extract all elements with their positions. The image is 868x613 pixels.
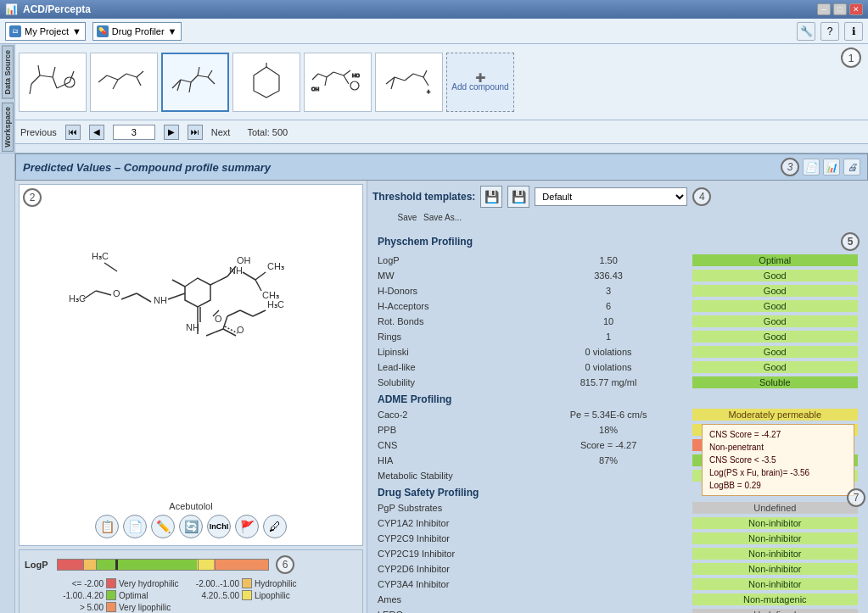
edit-button[interactable]: ✏️ bbox=[151, 515, 175, 538]
pencil-button[interactable]: 🖊 bbox=[263, 515, 287, 538]
prop-value bbox=[530, 468, 687, 483]
save-button[interactable]: 💾 bbox=[480, 186, 502, 208]
svg-point-34 bbox=[350, 81, 359, 90]
table-row: H-Acceptors 6 Good bbox=[372, 298, 863, 314]
first-button[interactable]: ⏮ bbox=[65, 125, 81, 140]
prop-value: 6 bbox=[530, 298, 687, 314]
compound-thumb-6[interactable]: + bbox=[375, 53, 443, 112]
prop-value: 336.43 bbox=[530, 268, 687, 283]
prev-button[interactable]: ◀ bbox=[89, 125, 104, 140]
maximize-button[interactable]: □ bbox=[833, 3, 847, 15]
threshold-dropdown[interactable]: Default bbox=[535, 187, 687, 206]
prop-value bbox=[530, 577, 687, 592]
logp-panel: LogP bbox=[19, 549, 363, 613]
circle-1: 1 bbox=[841, 47, 861, 68]
svg-marker-25 bbox=[254, 67, 279, 98]
svg-line-33 bbox=[325, 77, 327, 86]
flag-button[interactable]: 🚩 bbox=[235, 515, 259, 538]
print-button[interactable]: 🖨 bbox=[843, 159, 860, 176]
settings-icon[interactable]: 🔧 bbox=[797, 22, 815, 41]
status-badge: Good bbox=[692, 315, 858, 327]
paste-structure-button[interactable]: 📄 bbox=[123, 515, 147, 538]
project-dropdown[interactable]: 🗂 My Project ▼ bbox=[5, 22, 86, 41]
table-row: Rings 1 Good bbox=[372, 329, 863, 344]
minimize-button[interactable]: ─ bbox=[817, 3, 831, 15]
legend-label-4: Lipophilic bbox=[255, 591, 290, 600]
compound-thumb-1[interactable] bbox=[19, 53, 87, 112]
svg-line-48 bbox=[137, 293, 151, 302]
prop-value bbox=[530, 546, 687, 561]
app-icon: 📊 bbox=[5, 3, 18, 15]
adme-header-row: ADME Profiling bbox=[372, 390, 863, 407]
rotate-button[interactable]: 🔄 bbox=[179, 515, 203, 538]
table-row: H-Donors 3 Good bbox=[372, 283, 863, 298]
module-dropdown-arrow: ▼ bbox=[168, 26, 177, 36]
copy-structure-button[interactable]: 📋 bbox=[95, 515, 119, 538]
logp-row: LogP bbox=[25, 555, 357, 574]
module-dropdown[interactable]: 💊 Drug Profiler ▼ bbox=[92, 22, 182, 41]
section-header: Predicted Values – Compound profile summ… bbox=[15, 153, 868, 181]
compound-thumb-3[interactable] bbox=[161, 53, 229, 112]
svg-line-9 bbox=[98, 75, 107, 82]
tooltip-line-5: LogBB = 0.29 bbox=[709, 479, 847, 492]
compound-thumb-4[interactable] bbox=[232, 53, 300, 112]
number-circle-6: 6 bbox=[276, 555, 294, 574]
logp-segment-very-hydrophilic bbox=[58, 560, 83, 570]
prop-name: CYP2C19 Inhibitor bbox=[372, 546, 530, 561]
logp-segment-very-lipophilic bbox=[214, 560, 268, 570]
side-tab-datasource[interactable]: Data Source bbox=[2, 46, 14, 99]
next-button[interactable]: ▶ bbox=[164, 125, 179, 140]
svg-line-69 bbox=[225, 326, 238, 333]
export-pdf-button[interactable]: 📄 bbox=[803, 159, 820, 176]
last-button[interactable]: ⏭ bbox=[188, 125, 203, 140]
legend-item-4: 4.20..5.00 Lipophilic bbox=[193, 590, 328, 600]
side-tab-workspace[interactable]: Workspace bbox=[2, 103, 14, 152]
legend-color-2 bbox=[242, 578, 252, 588]
add-compound-button[interactable]: ➕ Add compound bbox=[446, 53, 514, 112]
svg-line-21 bbox=[198, 67, 199, 75]
help-icon[interactable]: ? bbox=[820, 22, 839, 41]
svg-line-0 bbox=[31, 75, 40, 84]
left-side-strip bbox=[0, 153, 15, 613]
svg-line-12 bbox=[126, 74, 137, 77]
prop-value: 1 bbox=[530, 329, 687, 344]
status-badge: Soluble bbox=[692, 376, 858, 388]
status-badge: Non-inhibitor bbox=[692, 548, 858, 560]
prop-value: 0 violations bbox=[530, 344, 687, 359]
export-button[interactable]: 📊 bbox=[823, 159, 840, 176]
app-title: ACD/Percepta bbox=[23, 3, 91, 15]
table-row: hERG Undefined bbox=[372, 607, 863, 613]
compound-thumb-5[interactable]: HO OH bbox=[304, 53, 372, 112]
inchi-button[interactable]: InChI bbox=[207, 515, 231, 538]
svg-line-7 bbox=[30, 84, 31, 94]
prop-value bbox=[530, 607, 687, 613]
info-icon[interactable]: ℹ bbox=[844, 22, 863, 41]
current-compound-input[interactable] bbox=[113, 125, 155, 140]
prop-name: H-Donors bbox=[372, 283, 530, 298]
prop-name: Caco-2 bbox=[372, 407, 530, 422]
legend-color-5 bbox=[106, 602, 116, 612]
title-bar: 📊 ACD/Percepta ─ □ ✕ bbox=[0, 0, 868, 19]
prop-name: CYP2D6 Inhibitor bbox=[372, 561, 530, 577]
table-row: CYP1A2 Inhibitor Non-inhibitor bbox=[372, 515, 863, 531]
prop-value bbox=[530, 592, 687, 607]
svg-line-19 bbox=[198, 75, 208, 77]
svg-text:H₃C: H₃C bbox=[267, 299, 284, 309]
logp-bar-container bbox=[57, 559, 269, 571]
compound-action-buttons: 📋 📄 ✏️ 🔄 InChI 🚩 🖊 bbox=[95, 515, 287, 538]
compound-thumb-2[interactable] bbox=[90, 53, 158, 112]
physchem-header-row: Physchem Profiling 5 bbox=[372, 229, 863, 253]
status-badge: Non-inhibitor bbox=[692, 532, 858, 544]
close-button[interactable]: ✕ bbox=[849, 3, 863, 15]
logp-segment-optimal bbox=[96, 560, 197, 570]
prop-value: 1.50 bbox=[530, 253, 687, 268]
save-as-button[interactable]: 💾 bbox=[507, 186, 529, 208]
prop-name: Solubility bbox=[372, 375, 530, 390]
svg-line-14 bbox=[137, 77, 141, 86]
svg-line-18 bbox=[191, 75, 198, 82]
table-row: LogP 1.50 Optimal bbox=[372, 253, 863, 268]
tooltip-line-2: Non-penetrant bbox=[709, 441, 847, 454]
table-row: MW 336.43 Good bbox=[372, 268, 863, 283]
svg-line-46 bbox=[168, 293, 185, 299]
legend-item-1: <= -2.00 Very hydrophilic bbox=[57, 578, 193, 588]
